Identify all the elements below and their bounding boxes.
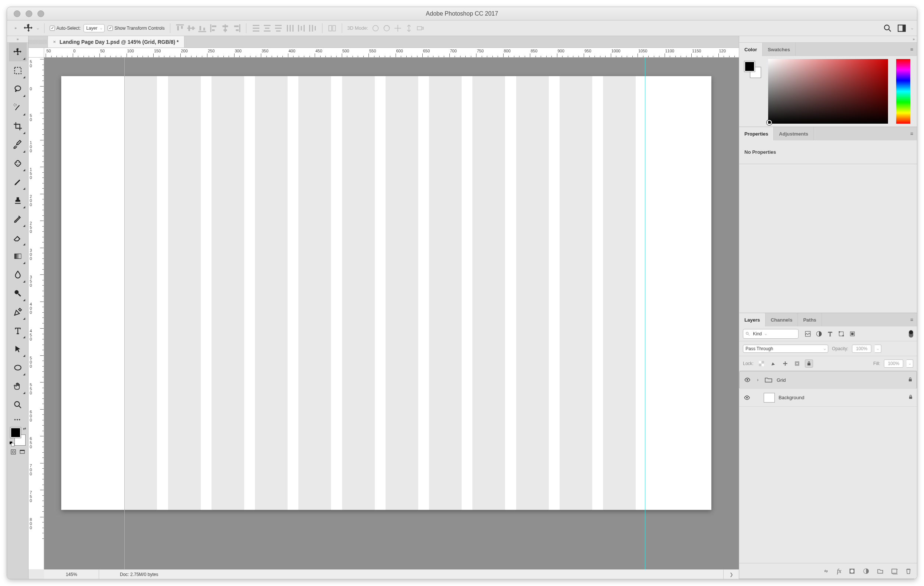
quickmask-icon[interactable] (9, 447, 18, 457)
expand-icon[interactable]: › (755, 377, 761, 382)
tab-layers[interactable]: Layers (739, 313, 766, 326)
shape-tool[interactable] (9, 358, 27, 377)
hue-strip[interactable] (896, 59, 910, 124)
blur-tool[interactable] (9, 265, 27, 284)
status-expand-icon[interactable]: ❯ (723, 569, 739, 579)
visibility-icon[interactable] (743, 394, 751, 402)
panels-collapse-icon[interactable]: » (739, 36, 917, 43)
mask-icon[interactable] (849, 568, 855, 574)
filter-smart-icon[interactable] (849, 331, 856, 337)
type-tool[interactable] (9, 321, 27, 340)
align-vcenter-icon[interactable] (186, 24, 196, 33)
lock-icon[interactable] (908, 377, 913, 383)
tab-channels[interactable]: Channels (766, 313, 798, 326)
lasso-tool[interactable] (9, 80, 27, 98)
minimize-window-icon[interactable] (26, 10, 32, 17)
doc-size[interactable]: Doc: 2.75M/0 bytes (99, 572, 723, 577)
zoom-tool[interactable] (9, 396, 27, 414)
align-hcenter-icon[interactable] (221, 24, 230, 33)
auto-select-dropdown[interactable]: Layer ⌵ (84, 24, 105, 32)
close-window-icon[interactable] (14, 10, 20, 17)
layer-row[interactable]: ›Grid (739, 371, 917, 389)
move-tool-indicator-icon[interactable] (23, 23, 34, 33)
tab-grip[interactable] (28, 36, 48, 48)
lock-icon[interactable] (908, 394, 913, 401)
panel-menu-icon[interactable]: ≡ (907, 46, 917, 52)
tab-swatches[interactable]: Swatches (762, 43, 795, 56)
tab-properties[interactable]: Properties (739, 127, 774, 141)
pen-tool[interactable] (9, 303, 27, 321)
canvas-viewport[interactable] (44, 58, 739, 569)
link-icon[interactable] (823, 568, 829, 574)
lock-position-icon[interactable] (781, 359, 789, 367)
filter-pixel-icon[interactable] (805, 331, 811, 337)
foreground-background-swatch[interactable]: ⇄ (9, 426, 27, 447)
lock-all-icon[interactable] (805, 359, 813, 367)
quick-select-tool[interactable] (9, 98, 27, 117)
align-left-icon[interactable] (210, 24, 219, 33)
blend-mode-dropdown[interactable]: Pass Through ⌵ (743, 344, 828, 353)
color-picker[interactable] (739, 56, 917, 127)
dist-hcenter-icon[interactable] (297, 24, 306, 33)
brush-tool[interactable] (9, 173, 27, 191)
align-right-icon[interactable] (232, 24, 241, 33)
filter-shape-icon[interactable] (838, 331, 845, 337)
filter-type-icon[interactable] (827, 331, 833, 337)
3d-pan-icon[interactable] (393, 24, 402, 33)
close-icon[interactable]: × (53, 39, 56, 45)
ruler-corner[interactable] (28, 48, 44, 58)
adjustment-layer-icon[interactable] (863, 568, 870, 574)
workspace-switcher-icon[interactable] (897, 23, 907, 33)
chevron-down-icon[interactable]: ⌵ (907, 359, 913, 367)
visibility-icon[interactable] (743, 376, 751, 384)
layer-filter-kind[interactable]: Kind ⌵ (743, 329, 799, 339)
crop-tool[interactable] (9, 117, 27, 136)
zoom-window-icon[interactable] (38, 10, 44, 17)
document-tab[interactable]: × Landing Page Day 1.psd @ 145% (Grid, R… (48, 36, 185, 48)
tool-collapse-icon[interactable]: » (7, 36, 28, 43)
layer-row[interactable]: Background (739, 389, 917, 407)
lock-trans-icon[interactable] (757, 359, 766, 367)
3d-slide-icon[interactable] (404, 24, 413, 33)
artboard[interactable] (61, 76, 711, 510)
new-group-icon[interactable] (877, 568, 884, 574)
marquee-tool[interactable] (9, 61, 27, 80)
zoom-level[interactable]: 145% (44, 569, 99, 579)
foreground-color-icon[interactable] (10, 427, 21, 438)
3d-orbit-icon[interactable] (371, 24, 380, 33)
3d-roll-icon[interactable] (382, 24, 391, 33)
dist-right-icon[interactable] (308, 24, 317, 33)
ruler-horizontal[interactable]: 5005010015020025030035040045050055060065… (44, 48, 739, 58)
move-tool[interactable] (9, 43, 27, 61)
filter-adjust-icon[interactable] (816, 331, 822, 337)
align-top-icon[interactable] (175, 24, 185, 33)
search-icon[interactable] (883, 23, 893, 33)
stamp-tool[interactable] (9, 191, 27, 210)
show-transform-checkbox[interactable]: Show Transform Controls (107, 26, 164, 31)
auto-align-icon[interactable] (328, 24, 337, 33)
eyedropper-tool[interactable] (9, 136, 27, 154)
path-select-tool[interactable] (9, 340, 27, 358)
auto-select-checkbox[interactable]: Auto-Select: (50, 26, 81, 31)
chevron-down-icon[interactable]: ⌵ (874, 344, 881, 353)
new-layer-icon[interactable] (891, 568, 898, 574)
home-chevron-icon[interactable]: » (11, 20, 20, 36)
spectrum[interactable] (768, 59, 888, 124)
edit-toolbar-icon[interactable]: ••• (9, 414, 27, 425)
fx-icon[interactable]: fx (837, 568, 841, 574)
fg-swatch-icon[interactable] (744, 61, 755, 72)
filter-toggle[interactable] (909, 330, 913, 338)
trash-icon[interactable] (905, 568, 912, 574)
dodge-tool[interactable] (9, 284, 27, 303)
healing-tool[interactable] (9, 154, 27, 173)
fill-input[interactable]: 100% (884, 359, 903, 367)
lock-artboard-icon[interactable] (793, 359, 801, 367)
panel-menu-icon[interactable]: ≡ (907, 131, 917, 137)
tab-paths[interactable]: Paths (798, 313, 822, 326)
dist-bottom-icon[interactable] (274, 24, 283, 33)
3d-zoom-icon[interactable] (416, 24, 424, 33)
default-colors-icon[interactable] (10, 442, 14, 446)
hand-tool[interactable] (9, 377, 27, 396)
swap-colors-icon[interactable]: ⇄ (23, 427, 26, 431)
gradient-tool[interactable] (9, 247, 27, 265)
